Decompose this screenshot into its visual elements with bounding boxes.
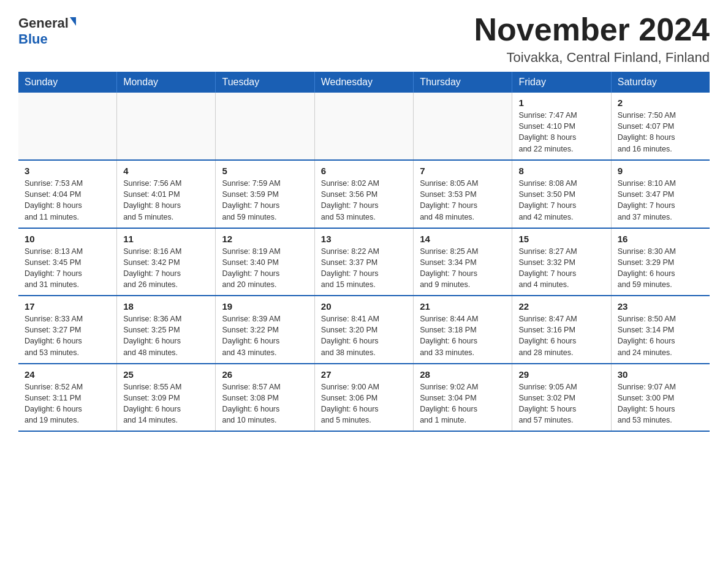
calendar-cell: 9Sunrise: 8:10 AM Sunset: 3:47 PM Daylig… — [611, 160, 710, 228]
day-number: 16 — [618, 234, 703, 244]
day-info: Sunrise: 8:22 AM Sunset: 3:37 PM Dayligh… — [321, 246, 407, 291]
calendar-table: SundayMondayTuesdayWednesdayThursdayFrid… — [18, 72, 710, 432]
day-info: Sunrise: 8:02 AM Sunset: 3:56 PM Dayligh… — [321, 178, 407, 223]
day-info: Sunrise: 7:47 AM Sunset: 4:10 PM Dayligh… — [518, 110, 604, 155]
day-number: 19 — [222, 301, 308, 312]
day-info: Sunrise: 8:30 AM Sunset: 3:29 PM Dayligh… — [618, 246, 703, 291]
header-day-sunday: Sunday — [18, 72, 117, 93]
day-number: 27 — [321, 369, 407, 380]
day-info: Sunrise: 8:16 AM Sunset: 3:42 PM Dayligh… — [123, 246, 209, 291]
calendar-cell: 1Sunrise: 7:47 AM Sunset: 4:10 PM Daylig… — [512, 93, 611, 160]
header-day-saturday: Saturday — [611, 72, 710, 93]
calendar-cell: 30Sunrise: 9:07 AM Sunset: 3:00 PM Dayli… — [611, 364, 710, 432]
day-number: 4 — [123, 166, 209, 176]
calendar-cell: 29Sunrise: 9:05 AM Sunset: 3:02 PM Dayli… — [512, 364, 611, 432]
day-number: 3 — [25, 166, 110, 176]
day-number: 18 — [123, 301, 209, 312]
calendar-cell: 4Sunrise: 7:56 AM Sunset: 4:01 PM Daylig… — [117, 160, 216, 228]
day-info: Sunrise: 8:36 AM Sunset: 3:25 PM Dayligh… — [123, 313, 209, 358]
calendar-cell: 2Sunrise: 7:50 AM Sunset: 4:07 PM Daylig… — [611, 93, 710, 160]
header-day-thursday: Thursday — [414, 72, 512, 93]
calendar-week-row: 10Sunrise: 8:13 AM Sunset: 3:45 PM Dayli… — [18, 228, 710, 296]
calendar-cell: 24Sunrise: 8:52 AM Sunset: 3:11 PM Dayli… — [18, 364, 117, 432]
day-number: 23 — [618, 301, 703, 312]
day-info: Sunrise: 8:39 AM Sunset: 3:22 PM Dayligh… — [222, 313, 308, 358]
day-info: Sunrise: 8:57 AM Sunset: 3:08 PM Dayligh… — [222, 381, 308, 426]
day-info: Sunrise: 8:52 AM Sunset: 3:11 PM Dayligh… — [25, 381, 110, 426]
day-number: 2 — [618, 98, 703, 108]
logo-general-text: General — [18, 15, 69, 31]
calendar-cell: 7Sunrise: 8:05 AM Sunset: 3:53 PM Daylig… — [414, 160, 512, 228]
day-info: Sunrise: 8:13 AM Sunset: 3:45 PM Dayligh… — [25, 246, 110, 291]
day-number: 11 — [123, 234, 209, 244]
header-day-tuesday: Tuesday — [216, 72, 314, 93]
header-day-wednesday: Wednesday — [314, 72, 413, 93]
day-number: 17 — [25, 301, 110, 312]
logo-triangle-icon — [70, 17, 76, 26]
day-info: Sunrise: 7:56 AM Sunset: 4:01 PM Dayligh… — [123, 178, 209, 223]
day-number: 28 — [420, 369, 506, 380]
day-info: Sunrise: 7:53 AM Sunset: 4:04 PM Dayligh… — [25, 178, 110, 223]
day-info: Sunrise: 8:55 AM Sunset: 3:09 PM Dayligh… — [123, 381, 209, 426]
subtitle: Toivakka, Central Finland, Finland — [474, 50, 710, 66]
page-title: November 2024 — [474, 12, 710, 47]
day-number: 13 — [321, 234, 407, 244]
day-number: 29 — [518, 369, 604, 380]
day-info: Sunrise: 7:50 AM Sunset: 4:07 PM Dayligh… — [618, 110, 703, 155]
calendar-header-row: SundayMondayTuesdayWednesdayThursdayFrid… — [18, 72, 710, 93]
day-number: 10 — [25, 234, 110, 244]
calendar-week-row: 17Sunrise: 8:33 AM Sunset: 3:27 PM Dayli… — [18, 296, 710, 364]
day-info: Sunrise: 8:33 AM Sunset: 3:27 PM Dayligh… — [25, 313, 110, 358]
day-info: Sunrise: 9:02 AM Sunset: 3:04 PM Dayligh… — [420, 381, 506, 426]
day-number: 15 — [518, 234, 604, 244]
calendar-cell: 14Sunrise: 8:25 AM Sunset: 3:34 PM Dayli… — [414, 228, 512, 296]
calendar-cell: 5Sunrise: 7:59 AM Sunset: 3:59 PM Daylig… — [216, 160, 314, 228]
day-info: Sunrise: 8:27 AM Sunset: 3:32 PM Dayligh… — [518, 246, 604, 291]
day-info: Sunrise: 9:05 AM Sunset: 3:02 PM Dayligh… — [518, 381, 604, 426]
day-info: Sunrise: 9:00 AM Sunset: 3:06 PM Dayligh… — [321, 381, 407, 426]
calendar-cell: 26Sunrise: 8:57 AM Sunset: 3:08 PM Dayli… — [216, 364, 314, 432]
calendar-cell: 18Sunrise: 8:36 AM Sunset: 3:25 PM Dayli… — [117, 296, 216, 364]
calendar-cell: 8Sunrise: 8:08 AM Sunset: 3:50 PM Daylig… — [512, 160, 611, 228]
day-number: 25 — [123, 369, 209, 380]
day-info: Sunrise: 7:59 AM Sunset: 3:59 PM Dayligh… — [222, 178, 308, 223]
header-day-monday: Monday — [117, 72, 216, 93]
calendar-cell — [18, 93, 117, 160]
calendar-cell: 16Sunrise: 8:30 AM Sunset: 3:29 PM Dayli… — [611, 228, 710, 296]
day-info: Sunrise: 8:44 AM Sunset: 3:18 PM Dayligh… — [420, 313, 506, 358]
day-info: Sunrise: 8:05 AM Sunset: 3:53 PM Dayligh… — [420, 178, 506, 223]
calendar-cell: 28Sunrise: 9:02 AM Sunset: 3:04 PM Dayli… — [414, 364, 512, 432]
logo: General Blue — [18, 12, 76, 47]
calendar-cell: 11Sunrise: 8:16 AM Sunset: 3:42 PM Dayli… — [117, 228, 216, 296]
day-number: 12 — [222, 234, 308, 244]
day-number: 9 — [618, 166, 703, 176]
day-number: 21 — [420, 301, 506, 312]
calendar-cell: 21Sunrise: 8:44 AM Sunset: 3:18 PM Dayli… — [414, 296, 512, 364]
day-number: 22 — [518, 301, 604, 312]
day-info: Sunrise: 8:10 AM Sunset: 3:47 PM Dayligh… — [618, 178, 703, 223]
calendar-week-row: 1Sunrise: 7:47 AM Sunset: 4:10 PM Daylig… — [18, 93, 710, 160]
calendar-cell: 27Sunrise: 9:00 AM Sunset: 3:06 PM Dayli… — [314, 364, 413, 432]
calendar-cell: 12Sunrise: 8:19 AM Sunset: 3:40 PM Dayli… — [216, 228, 314, 296]
calendar-cell: 10Sunrise: 8:13 AM Sunset: 3:45 PM Dayli… — [18, 228, 117, 296]
day-info: Sunrise: 8:41 AM Sunset: 3:20 PM Dayligh… — [321, 313, 407, 358]
day-number: 30 — [618, 369, 703, 380]
day-number: 7 — [420, 166, 506, 176]
title-area: November 2024 Toivakka, Central Finland,… — [474, 12, 710, 66]
calendar-cell: 23Sunrise: 8:50 AM Sunset: 3:14 PM Dayli… — [611, 296, 710, 364]
logo-blue-text: Blue — [18, 31, 48, 47]
day-number: 14 — [420, 234, 506, 244]
header-area: General Blue November 2024 Toivakka, Cen… — [18, 12, 710, 66]
day-number: 6 — [321, 166, 407, 176]
calendar-week-row: 3Sunrise: 7:53 AM Sunset: 4:04 PM Daylig… — [18, 160, 710, 228]
day-number: 26 — [222, 369, 308, 380]
calendar-week-row: 24Sunrise: 8:52 AM Sunset: 3:11 PM Dayli… — [18, 364, 710, 432]
calendar-cell: 19Sunrise: 8:39 AM Sunset: 3:22 PM Dayli… — [216, 296, 314, 364]
calendar-cell: 20Sunrise: 8:41 AM Sunset: 3:20 PM Dayli… — [314, 296, 413, 364]
calendar-cell: 25Sunrise: 8:55 AM Sunset: 3:09 PM Dayli… — [117, 364, 216, 432]
calendar-cell: 13Sunrise: 8:22 AM Sunset: 3:37 PM Dayli… — [314, 228, 413, 296]
calendar-cell — [117, 93, 216, 160]
day-number: 24 — [25, 369, 110, 380]
header-day-friday: Friday — [512, 72, 611, 93]
calendar-cell: 22Sunrise: 8:47 AM Sunset: 3:16 PM Dayli… — [512, 296, 611, 364]
